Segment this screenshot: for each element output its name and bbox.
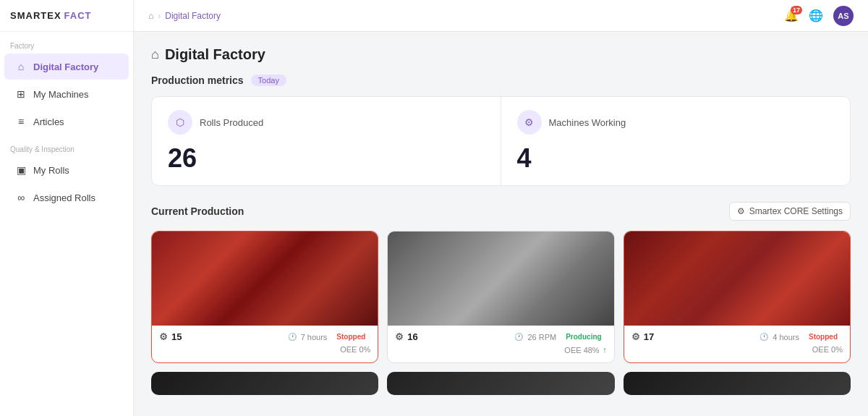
sidebar-section-quality: Quality & Inspection: [0, 135, 133, 156]
oee-value-15: OEE 0%: [340, 345, 370, 354]
machine-footer-row: ⚙ 15 🕐 7 hours Stopped: [159, 331, 370, 342]
sidebar-item-label: Assigned Rolls: [33, 192, 95, 203]
home-icon: ⌂: [14, 60, 27, 73]
production-section-title: Current Production: [151, 205, 244, 217]
page-content: ⌂ Digital Factory Production metrics Tod…: [134, 32, 868, 416]
machine-footer-row: ⚙ 16 🕐 26 RPM Producing: [395, 331, 606, 342]
page-header-icon: ⌂: [151, 47, 159, 62]
status-badge-16: Producing: [561, 331, 606, 342]
sidebar-item-label: Digital Factory: [33, 61, 98, 72]
clock-icon: 🕐: [760, 333, 768, 341]
metric-header: ⚙ Machines Working: [517, 110, 835, 135]
machine-hours: 4 hours: [773, 333, 799, 341]
breadcrumb-separator: ›: [158, 11, 161, 21]
machine-image-17: [624, 232, 850, 326]
machine-card-17[interactable]: ⚙ 17 🕐 4 hours Stopped OEE 0%: [624, 231, 851, 363]
smartex-core-settings-button[interactable]: ⚙ Smartex CORE Settings: [729, 202, 851, 221]
machine-card-partial-1[interactable]: [151, 372, 378, 395]
sidebar-item-articles[interactable]: ≡ Articles: [4, 109, 129, 135]
oee-row-17: OEE 0%: [631, 345, 843, 358]
logo: SMARTEX FACT: [0, 0, 133, 32]
machine-gear-icon: ⚙: [159, 331, 168, 342]
machine-footer-16: ⚙ 16 🕐 26 RPM Producing OEE 48% ↑: [388, 326, 613, 362]
machine-card-15[interactable]: ⚙ 15 🕐 7 hours Stopped OEE 0%: [151, 231, 378, 363]
machine-hours: 7 hours: [301, 333, 328, 341]
machine-footer-15: ⚙ 15 🕐 7 hours Stopped OEE 0%: [152, 326, 378, 361]
rolls-metric-icon: ⬡: [168, 110, 192, 135]
rolls-produced-label: Rolls Produced: [200, 117, 263, 128]
sidebar-item-label: My Machines: [33, 89, 89, 100]
breadcrumb-home-icon[interactable]: ⌂: [148, 11, 153, 21]
avatar[interactable]: AS: [833, 6, 854, 26]
machine-card-partial-3[interactable]: [624, 372, 851, 395]
metric-machines-working: ⚙ Machines Working 4: [501, 97, 851, 185]
status-badge-15: Stopped: [331, 331, 370, 342]
machine-number: 16: [407, 331, 417, 342]
breadcrumb: ⌂ › Digital Factory: [148, 11, 221, 21]
machines-working-label: Machines Working: [549, 117, 626, 128]
machine-meta-15: 🕐 7 hours Stopped: [288, 331, 371, 342]
machine-number: 17: [644, 331, 654, 342]
today-badge: Today: [251, 75, 286, 86]
machine-id-15: ⚙ 15: [159, 331, 182, 342]
machine-gear-icon: ⚙: [395, 331, 404, 342]
machine-gear-icon: ⚙: [631, 331, 640, 342]
page-header: ⌂ Digital Factory: [151, 46, 851, 63]
list-icon: ≡: [14, 115, 27, 128]
machine-id-17: ⚙ 17: [631, 331, 654, 342]
machine-rpm: 26 RPM: [527, 333, 556, 341]
sidebar-item-digital-factory[interactable]: ⌂ Digital Factory: [4, 54, 129, 80]
sidebar: SMARTEX FACT Factory ⌂ Digital Factory ⊞…: [0, 0, 134, 416]
oee-arrow-16: ↑: [603, 345, 607, 355]
rolls-icon: ⬡: [176, 116, 184, 128]
rolls-icon: ▣: [14, 164, 27, 177]
sidebar-item-my-machines[interactable]: ⊞ My Machines: [4, 81, 129, 107]
oee-value-17: OEE 0%: [812, 345, 843, 354]
oee-row-15: OEE 0%: [159, 345, 370, 358]
sidebar-item-label: My Rolls: [33, 165, 69, 176]
machines-grid-bottom: [151, 372, 851, 395]
logo-accent: FACT: [64, 10, 92, 21]
infinity-icon: ∞: [14, 191, 27, 204]
metric-header: ⬡ Rolls Produced: [168, 110, 485, 135]
metric-rolls-produced: ⬡ Rolls Produced 26: [152, 97, 501, 185]
metrics-section-header: Production metrics Today: [151, 75, 851, 86]
topbar: ⌂ › Digital Factory 🔔 17 🌐 AS: [134, 0, 868, 32]
breadcrumb-current: Digital Factory: [165, 11, 221, 21]
clock-icon: 🕐: [288, 333, 297, 341]
gear-metric-icon: ⚙: [524, 116, 534, 128]
machine-meta-16: 🕐 26 RPM Producing: [514, 331, 606, 342]
machine-number: 15: [171, 331, 182, 342]
rpm-icon: 🕐: [514, 333, 523, 341]
machines-working-value: 4: [517, 143, 835, 174]
sidebar-item-my-rolls[interactable]: ▣ My Rolls: [4, 157, 129, 183]
machine-image-16: [388, 232, 613, 326]
notification-button[interactable]: 🔔 17: [784, 9, 799, 22]
grid-icon: ⊞: [14, 88, 27, 101]
rolls-produced-value: 26: [168, 143, 485, 174]
sidebar-item-assigned-rolls[interactable]: ∞ Assigned Rolls: [4, 184, 129, 211]
machine-card-partial-2[interactable]: [387, 372, 614, 395]
machines-metric-icon: ⚙: [517, 110, 542, 135]
sidebar-item-label: Articles: [33, 116, 64, 127]
metrics-row: ⬡ Rolls Produced 26 ⚙ Machines Working 4: [151, 96, 851, 186]
production-section-header: Current Production ⚙ Smartex CORE Settin…: [151, 202, 851, 221]
notification-badge: 17: [791, 6, 802, 14]
page-title: Digital Factory: [165, 46, 265, 63]
main-content: ⌂ › Digital Factory 🔔 17 🌐 AS ⌂ Digital …: [134, 0, 868, 416]
settings-btn-label: Smartex CORE Settings: [749, 206, 843, 216]
oee-value-16: OEE 48%: [564, 346, 599, 355]
metrics-section-title: Production metrics: [151, 75, 244, 86]
machine-meta-17: 🕐 4 hours Stopped: [760, 331, 843, 342]
machine-id-16: ⚙ 16: [395, 331, 417, 342]
status-badge-17: Stopped: [804, 331, 843, 342]
language-button[interactable]: 🌐: [809, 9, 823, 22]
machine-footer-row: ⚙ 17 🕐 4 hours Stopped: [631, 331, 843, 342]
machine-image-15: [152, 232, 378, 326]
machine-card-16[interactable]: ⚙ 16 🕐 26 RPM Producing OEE 48% ↑: [387, 231, 614, 363]
sidebar-section-factory: Factory: [0, 32, 133, 53]
machines-grid: ⚙ 15 🕐 7 hours Stopped OEE 0%: [151, 231, 851, 363]
topbar-actions: 🔔 17 🌐 AS: [784, 6, 854, 26]
machine-footer-17: ⚙ 17 🕐 4 hours Stopped OEE 0%: [624, 326, 850, 361]
logo-name: SMARTEX: [10, 10, 61, 21]
